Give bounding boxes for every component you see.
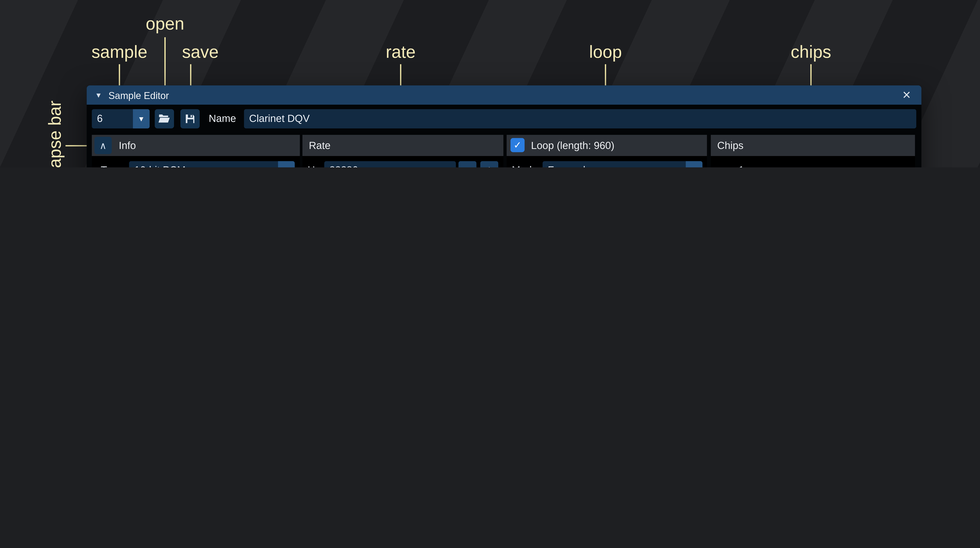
loop-panel: ✓ Loop (length: 960) Mode Forward ▼ Star… [507,135,707,167]
open-button[interactable] [155,109,174,128]
annotation-sample: sample [92,42,147,62]
title-bar[interactable]: ▼ Sample Editor × [87,86,921,105]
chips-header: Chips [711,135,915,156]
hz-plus-button[interactable]: + [480,161,498,167]
hz-minus-button[interactable]: - [458,161,476,167]
annotation-save: save [182,42,219,62]
name-input[interactable]: Clarinet DQV [244,109,916,128]
hz-input-value: 33286 [329,164,358,167]
chip-column-header: 1 [738,161,744,167]
page-background: open sample save rate loop chips collaps… [0,0,980,167]
chips-panel: Chips 1 A ✓ [711,135,915,167]
type-label: Type [101,161,123,167]
open-folder-icon [158,112,171,125]
close-icon[interactable]: × [898,86,915,105]
chevron-down-icon[interactable]: ▼ [133,109,150,128]
loop-title: Loop (length: 960) [531,140,614,151]
loop-mode-value: Forward [547,164,585,167]
rate-panel: Rate Hz 33286 - + Note C-7 ▼ Fine -11 - … [302,135,503,167]
sample-editor-window: ▼ Sample Editor × 6 ▼ Name Clarinet DQV [87,86,921,167]
info-header: ∧ Info [92,135,300,156]
chevron-down-icon[interactable]: ▼ [278,161,295,167]
annotation-open: open [146,14,185,34]
hz-label: Hz [307,161,320,167]
annotation-chips: chips [791,42,831,62]
save-floppy-icon [184,112,197,125]
type-select[interactable]: 16-bit PCM ▼ [129,161,294,167]
type-select-value: 16-bit PCM [134,164,186,167]
chevron-up-icon: ∧ [100,140,107,151]
rate-title: Rate [309,140,331,151]
annotation-rate: rate [386,42,415,62]
mode-label: Mode [512,161,538,167]
hz-input[interactable]: 33286 [324,161,456,167]
loop-header: ✓ Loop (length: 960) [507,135,707,156]
info-panel: ∧ Info Type 16-bit PCM ▼ ✓ BRR emphasis … [92,135,300,167]
save-button[interactable] [180,109,200,128]
sample-select[interactable]: 6 ▼ [92,109,150,128]
window-title: Sample Editor [108,89,169,100]
chevron-down-icon[interactable]: ▼ [686,161,702,167]
annotation-loop: loop [589,42,622,62]
check-icon: ✓ [514,139,522,151]
loop-enable-checkbox[interactable]: ✓ [511,138,525,152]
window-collapse-icon[interactable]: ▼ [95,91,102,99]
rate-header: Rate [302,135,503,156]
annotation-collapse-bar: collapse bar [45,96,65,167]
name-input-value: Clarinet DQV [249,113,310,125]
sample-select-value: 6 [97,113,103,125]
collapse-bar-button[interactable]: ∧ [94,137,112,154]
name-label: Name [209,110,236,128]
loop-mode-select[interactable]: Forward ▼ [542,161,702,167]
chips-title: Chips [717,140,743,151]
info-title: Info [119,140,136,151]
